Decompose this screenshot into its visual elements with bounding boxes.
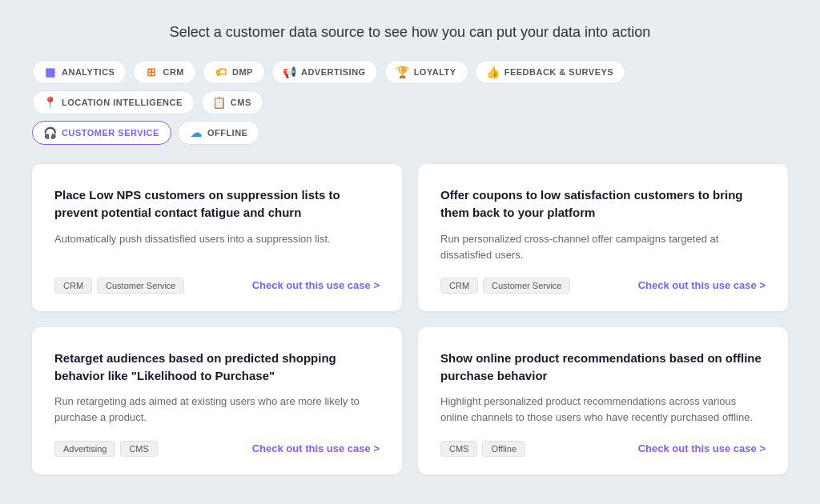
filter-label-customer-service: CUSTOMER SERVICE [62,128,159,138]
card-card1: Place Low NPS customers on suppression l… [32,164,402,311]
filter-label-location: LOCATION INTELLIGENCE [62,98,183,107]
card-title-1: Offer coupons to low satisfaction custom… [440,186,766,222]
card-desc-1: Run personalized cross-channel offer cam… [440,231,766,263]
card-card4: Show online product recommendations base… [418,327,788,474]
card-link-3[interactable]: Check out this use case > [638,442,766,454]
page-title: Select a customer data source to see how… [32,24,788,41]
filter-icon-location: 📍 [44,96,57,109]
card-tags-3: CMSOffline [440,441,525,457]
filter-label-cms: CMS [231,98,251,107]
tag: Offline [482,441,525,457]
filter-label-offline: OFFLINE [207,128,248,138]
filter-icon-feedback: 👍 [487,66,500,78]
card-title-2: Retarget audiences based on predicted sh… [54,350,380,385]
filter-btn-location[interactable]: 📍LOCATION INTELLIGENCE [32,90,195,114]
filter-row-2: 🎧CUSTOMER SERVICE☁OFFLINE [32,121,788,145]
tag: Customer Service [97,278,184,294]
filter-icon-analytics: ▦ [44,66,57,78]
filter-label-advertising: ADVERTISING [301,67,366,77]
card-footer-0: CRMCustomer ServiceCheck out this use ca… [54,278,380,294]
filter-label-dmp: DMP [232,67,253,77]
filter-icon-offline: ☁ [190,126,203,139]
filter-btn-offline[interactable]: ☁OFFLINE [178,121,260,145]
card-link-2[interactable]: Check out this use case > [252,442,380,454]
filter-btn-feedback[interactable]: 👍FEEDBACK & SURVEYS [475,60,626,84]
filter-icon-loyalty: 🏆 [396,66,409,78]
card-tags-2: AdvertisingCMS [54,441,158,457]
tag: CMS [120,441,157,457]
card-desc-0: Automatically push dissatisfied users in… [54,231,380,263]
filter-icon-dmp: 🏷 [215,66,227,78]
card-title-0: Place Low NPS customers on suppression l… [54,186,380,222]
card-card2: Offer coupons to low satisfaction custom… [418,164,788,311]
filter-label-crm: CRM [163,67,184,77]
tag: CRM [54,278,92,294]
filter-btn-cms[interactable]: 📋CMS [201,90,263,114]
filter-row-1: ▦ANALYTICS⊞CRM🏷DMP📢ADVERTISING🏆LOYALTY👍F… [32,60,788,114]
filter-btn-dmp[interactable]: 🏷DMP [203,60,265,84]
filter-btn-analytics[interactable]: ▦ANALYTICS [32,60,127,84]
cards-grid: Place Low NPS customers on suppression l… [32,164,788,474]
filter-btn-advertising[interactable]: 📢ADVERTISING [271,60,378,84]
tag: CRM [440,278,478,294]
card-footer-2: AdvertisingCMSCheck out this use case > [54,441,380,457]
card-link-1[interactable]: Check out this use case > [638,279,766,291]
filter-icon-cms: 📋 [213,96,226,109]
tag: Advertising [54,441,115,457]
tag: Customer Service [483,278,570,294]
filter-icon-advertising: 📢 [283,66,296,78]
tag: CMS [440,441,477,457]
card-desc-3: Highlight personalized product recommend… [440,394,766,426]
card-title-3: Show online product recommendations base… [440,350,766,385]
filter-label-loyalty: LOYALTY [414,67,456,77]
card-desc-2: Run retargeting ads aimed at existing us… [54,394,380,426]
card-tags-1: CRMCustomer Service [440,278,570,294]
filter-label-analytics: ANALYTICS [62,67,115,77]
card-card3: Retarget audiences based on predicted sh… [32,327,402,474]
card-tags-0: CRMCustomer Service [54,278,184,294]
filter-btn-crm[interactable]: ⊞CRM [133,60,196,84]
card-link-0[interactable]: Check out this use case > [252,279,380,291]
filter-label-feedback: FEEDBACK & SURVEYS [504,67,614,77]
card-footer-3: CMSOfflineCheck out this use case > [440,441,766,457]
filter-icon-customer-service: 🎧 [44,126,57,139]
filter-btn-customer-service[interactable]: 🎧CUSTOMER SERVICE [32,121,171,145]
filter-btn-loyalty[interactable]: 🏆LOYALTY [384,60,468,84]
filter-icon-crm: ⊞ [145,66,158,78]
card-footer-1: CRMCustomer ServiceCheck out this use ca… [440,278,766,294]
